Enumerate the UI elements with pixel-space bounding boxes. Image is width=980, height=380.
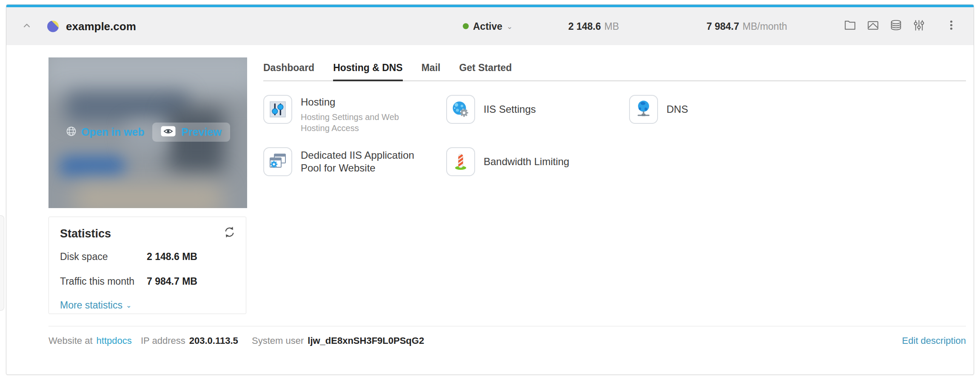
site-favicon (47, 20, 59, 32)
database-icon (889, 19, 903, 34)
tile-hosting[interactable]: Hosting Hosting Settings and Web Hosting… (263, 95, 424, 134)
adjacent-panel-sliver (0, 215, 4, 311)
domain-card-page: example.com Active ⌄ 2 148.6 MB 7 984.7 … (0, 0, 980, 380)
mail-button[interactable] (866, 19, 880, 34)
tile-iis-settings[interactable]: IIS Settings (446, 95, 536, 124)
domain-name-title: example.com (66, 20, 136, 33)
ip-address-value: 203.0.113.5 (189, 335, 238, 346)
preview-blur-blob (48, 57, 247, 94)
sliders-icon (912, 19, 926, 34)
ip-address-field: IP address 203.0.113.5 (141, 335, 238, 346)
tile-dedicated-iis-app-pool[interactable]: Dedicated IIS Application Pool for Websi… (263, 147, 433, 176)
preview-overlay-actions: Open in web Preview (48, 123, 247, 142)
open-in-web-label: Open in web (81, 126, 145, 138)
tile-bandwidth-limiting[interactable]: Bandwidth Limiting (446, 147, 569, 176)
preview-blur-blob (59, 156, 125, 177)
chevron-up-icon (21, 20, 32, 33)
disk-usage-value: 2 148.6 (568, 20, 601, 32)
traffic-unit: MB/month (743, 20, 787, 32)
more-statistics-link[interactable]: More statistics ⌄ (60, 300, 131, 311)
website-at-field: Website at httpdocs (48, 335, 132, 346)
folder-icon (843, 19, 857, 34)
stat-row-disk-space: Disk space 2 148.6 MB (60, 251, 235, 263)
app-pool-windows-gear-icon (263, 147, 292, 176)
open-in-web-link[interactable]: Open in web (66, 126, 145, 139)
file-manager-button[interactable] (843, 19, 857, 34)
stat-value: 7 984.7 MB (147, 276, 197, 287)
site-preview-thumbnail: Open in web Preview (48, 57, 247, 208)
domain-card-footer: Website at httpdocs IP address 203.0.113… (48, 332, 966, 349)
tile-bandwidth-limiting-title: Bandwidth Limiting (484, 155, 569, 168)
edit-description-link[interactable]: Edit description (902, 335, 966, 346)
globe-grid-icon (66, 126, 77, 139)
bandwidth-striped-pole-icon (446, 147, 475, 176)
dns-globe-network-icon (629, 95, 658, 124)
stat-label: Disk space (60, 251, 147, 263)
status-dropdown[interactable]: Active ⌄ (463, 20, 513, 32)
traffic-value: 7 984.7 (707, 20, 739, 32)
tile-dns[interactable]: DNS (629, 95, 688, 124)
tab-mail[interactable]: Mail (422, 55, 441, 80)
stat-value: 2 148.6 MB (147, 251, 197, 263)
refresh-icon (223, 226, 236, 240)
tab-hosting-dns[interactable]: Hosting & DNS (333, 55, 403, 80)
hosting-sliders-icon (263, 95, 292, 124)
chevron-down-icon: ⌄ (507, 22, 513, 31)
disk-usage-unit: MB (604, 20, 619, 32)
iis-globe-gear-icon (446, 95, 475, 124)
stat-label: Traffic this month (60, 276, 147, 287)
domain-tabs: Dashboard Hosting & DNS Mail Get Started (263, 55, 966, 81)
more-statistics-label: More statistics (60, 300, 122, 311)
website-at-label: Website at (48, 335, 93, 346)
statistics-panel: Statistics Disk space 2 148.6 MB Traffic… (48, 217, 246, 314)
system-user-label: System user (252, 335, 304, 346)
system-user-value: ljw_dE8xnSH3F9L0PSqG2 (308, 335, 424, 346)
stat-row-traffic: Traffic this month 7 984.7 MB (60, 276, 235, 287)
domain-card-header: example.com Active ⌄ 2 148.6 MB 7 984.7 … (6, 7, 974, 45)
disk-usage-metric: 2 148.6 MB (568, 20, 619, 32)
eye-screen-icon (161, 126, 176, 138)
kebab-menu-icon (945, 19, 958, 34)
httpdocs-link[interactable]: httpdocs (97, 335, 132, 346)
mail-icon (866, 19, 880, 34)
tile-dns-title: DNS (667, 103, 688, 116)
header-quick-actions (843, 19, 958, 34)
tile-dedicated-iis-app-pool-title: Dedicated IIS Application Pool for Websi… (301, 149, 433, 174)
preview-label: Preview (182, 126, 222, 138)
chevron-down-icon: ⌄ (126, 301, 131, 309)
status-label: Active (473, 20, 502, 32)
traffic-metric: 7 984.7 MB/month (707, 20, 787, 32)
tile-hosting-title: Hosting (301, 96, 424, 109)
tab-get-started[interactable]: Get Started (459, 55, 512, 80)
tab-dashboard[interactable]: Dashboard (263, 55, 314, 80)
statistics-title: Statistics (60, 227, 235, 240)
ip-address-label: IP address (141, 335, 185, 346)
preview-blur-blob (74, 184, 223, 208)
more-actions-button[interactable] (944, 19, 958, 34)
domain-card: example.com Active ⌄ 2 148.6 MB 7 984.7 … (6, 4, 974, 375)
collapse-card-button[interactable] (19, 19, 34, 34)
refresh-statistics-button[interactable] (222, 226, 236, 240)
tile-iis-settings-title: IIS Settings (484, 103, 536, 116)
settings-button[interactable] (912, 19, 926, 34)
databases-button[interactable] (889, 19, 903, 34)
status-green-dot-icon (463, 23, 469, 29)
footer-divider (48, 326, 966, 326)
tile-hosting-subtitle: Hosting Settings and Web Hosting Access (301, 111, 424, 134)
system-user-field: System user ljw_dE8xnSH3F9L0PSqG2 (252, 335, 424, 346)
preview-button[interactable]: Preview (152, 123, 231, 142)
